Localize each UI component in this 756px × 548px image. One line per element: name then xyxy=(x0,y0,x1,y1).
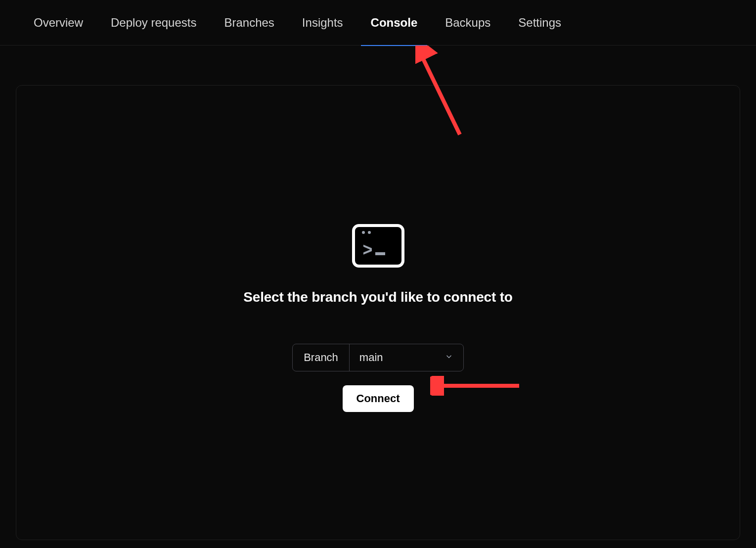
connect-button[interactable]: Connect xyxy=(343,385,414,412)
console-panel: > Select the branch you'd like to connec… xyxy=(16,85,740,540)
tab-branches[interactable]: Branches xyxy=(210,0,288,46)
chevron-down-icon xyxy=(445,351,453,364)
console-heading: Select the branch you'd like to connect … xyxy=(243,289,512,305)
branch-label: Branch xyxy=(293,344,350,371)
tab-overview[interactable]: Overview xyxy=(20,0,97,46)
tab-insights[interactable]: Insights xyxy=(288,0,357,46)
tab-settings[interactable]: Settings xyxy=(504,0,575,46)
branch-selector: Branch main xyxy=(292,344,464,371)
branch-dropdown[interactable]: main xyxy=(350,344,463,371)
tab-bar: Overview Deploy requests Branches Insigh… xyxy=(0,0,756,46)
branch-selected-value: main xyxy=(359,351,383,364)
content-area: > Select the branch you'd like to connec… xyxy=(0,46,756,548)
tab-console[interactable]: Console xyxy=(357,0,432,46)
tab-deploy-requests[interactable]: Deploy requests xyxy=(97,0,210,46)
terminal-icon: > xyxy=(352,224,404,268)
tab-backups[interactable]: Backups xyxy=(431,0,504,46)
